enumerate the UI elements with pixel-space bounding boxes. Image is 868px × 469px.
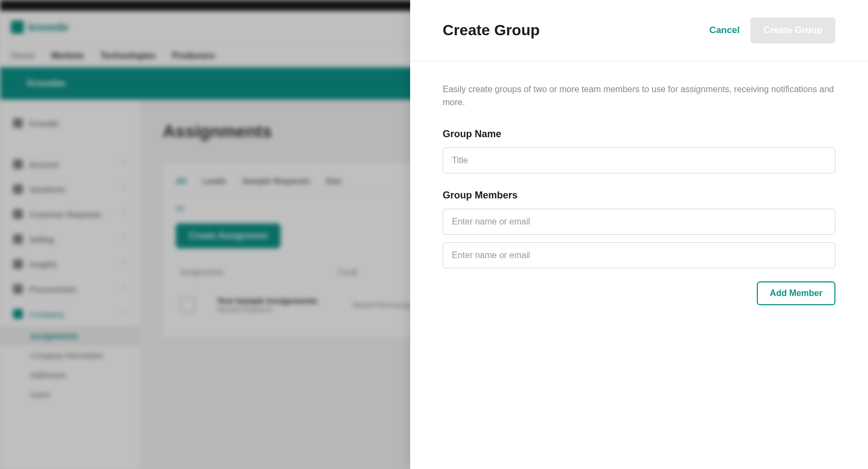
- group-members-label: Group Members: [443, 190, 835, 201]
- group-member-input-2[interactable]: [443, 242, 835, 268]
- panel-body: Easily create groups of two or more team…: [410, 61, 868, 327]
- create-group-submit-button[interactable]: Create Group: [750, 17, 835, 43]
- group-member-input-1[interactable]: [443, 209, 835, 235]
- helper-text: Easily create groups of two or more team…: [443, 83, 835, 109]
- group-name-input[interactable]: [443, 147, 835, 174]
- add-member-button[interactable]: Add Member: [757, 281, 835, 305]
- panel-title: Create Group: [443, 22, 540, 39]
- create-group-panel: Create Group Cancel Create Group Easily …: [410, 0, 868, 469]
- panel-header: Create Group Cancel Create Group: [410, 0, 868, 61]
- group-name-label: Group Name: [443, 129, 835, 140]
- cancel-button[interactable]: Cancel: [710, 25, 740, 36]
